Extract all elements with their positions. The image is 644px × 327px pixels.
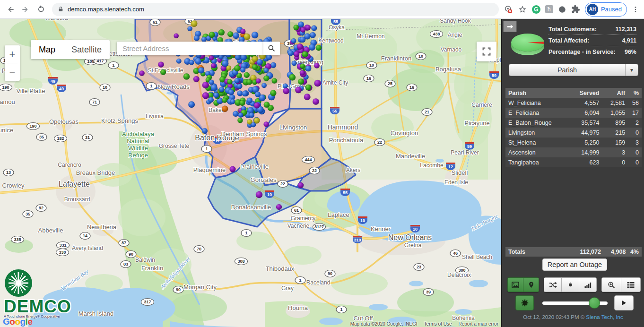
- outage-marker-purple[interactable]: [300, 70, 305, 76]
- outage-marker-blue[interactable]: [211, 85, 218, 91]
- outage-marker-purple[interactable]: [313, 98, 319, 105]
- satellite-view-button[interactable]: [507, 277, 523, 292]
- refresh-button[interactable]: [34, 3, 47, 16]
- outage-marker-green[interactable]: [316, 45, 322, 51]
- address-bar[interactable]: demco.maps.sienatech.com: [52, 3, 499, 16]
- markers-view-button[interactable]: [523, 277, 539, 292]
- extensions-puzzle-icon[interactable]: [571, 5, 580, 14]
- outage-marker-green[interactable]: [234, 65, 240, 71]
- outage-marker-green[interactable]: [302, 51, 308, 57]
- outage-marker-blue[interactable]: [233, 111, 238, 117]
- group-by-dropdown[interactable]: Parish ▼: [509, 64, 638, 76]
- table-row[interactable]: St_Helena5,2501593: [505, 138, 642, 147]
- outage-marker-green[interactable]: [160, 69, 166, 75]
- map-type-map-button[interactable]: Map: [31, 40, 63, 59]
- dark-circle-extension-icon[interactable]: [558, 5, 566, 14]
- outage-marker-blue[interactable]: [252, 32, 258, 38]
- heatmap-button[interactable]: [562, 277, 579, 292]
- outage-marker-green[interactable]: [183, 73, 190, 79]
- outage-marker-blue[interactable]: [291, 38, 296, 43]
- outage-marker-yellow[interactable]: [252, 56, 258, 62]
- outage-marker-blue[interactable]: [309, 44, 315, 51]
- outage-marker-purple[interactable]: [276, 204, 282, 210]
- outage-marker-green[interactable]: [209, 32, 215, 38]
- outage-marker-green[interactable]: [222, 98, 227, 103]
- play-button[interactable]: [614, 295, 634, 310]
- outage-marker-purple[interactable]: [139, 70, 145, 76]
- outage-marker-blue[interactable]: [187, 26, 192, 31]
- outage-marker-blue[interactable]: [189, 60, 194, 65]
- outage-marker-purple[interactable]: [174, 34, 179, 38]
- outage-marker-purple[interactable]: [202, 92, 209, 99]
- search-button[interactable]: [263, 42, 280, 55]
- outage-marker-blue[interactable]: [298, 22, 304, 28]
- outage-marker-purple[interactable]: [298, 182, 304, 188]
- outage-marker-purple[interactable]: [254, 103, 260, 109]
- map-type-satellite-button[interactable]: Satellite: [63, 40, 110, 59]
- time-slider[interactable]: [542, 301, 607, 305]
- table-row[interactable]: W_Feliciana4,5572,58156: [505, 98, 642, 108]
- outage-marker-purple[interactable]: [314, 80, 321, 86]
- shuffle-layers-button[interactable]: [544, 277, 562, 292]
- outage-marker-purple[interactable]: [209, 55, 214, 60]
- vendor-link[interactable]: Siena Tech, Inc: [586, 314, 623, 320]
- outage-marker-green[interactable]: [244, 72, 250, 78]
- outage-marker-blue[interactable]: [238, 112, 244, 118]
- outage-marker-blue[interactable]: [222, 60, 228, 67]
- outage-marker-purple[interactable]: [240, 29, 245, 34]
- outage-marker-blue[interactable]: [213, 92, 219, 98]
- outage-marker-purple[interactable]: [256, 191, 262, 198]
- outage-marker-blue[interactable]: [228, 89, 234, 95]
- table-row[interactable]: Ascension14,99930: [505, 147, 642, 157]
- outage-marker-blue[interactable]: [209, 80, 214, 85]
- table-row[interactable]: Livingston44,9752150: [505, 128, 642, 138]
- outage-marker-purple[interactable]: [230, 166, 236, 172]
- outage-marker-purple[interactable]: [297, 43, 303, 50]
- outage-marker-blue[interactable]: [230, 99, 235, 104]
- table-row[interactable]: E_Feliciana6,0941,05517: [505, 108, 642, 118]
- outage-marker-green[interactable]: [227, 79, 232, 84]
- outage-marker-purple[interactable]: [304, 94, 311, 100]
- outage-marker-green[interactable]: [264, 102, 270, 108]
- outage-marker-green[interactable]: [305, 85, 312, 91]
- zoom-out-button[interactable]: −: [5, 63, 20, 81]
- grammarly-extension-icon[interactable]: G: [532, 5, 540, 14]
- outage-marker-blue[interactable]: [264, 68, 269, 73]
- outage-marker-purple[interactable]: [202, 82, 209, 88]
- outage-marker-green[interactable]: [237, 118, 243, 123]
- outage-marker-green[interactable]: [298, 78, 304, 85]
- outage-marker-green[interactable]: [300, 63, 305, 69]
- table-row[interactable]: Tangipahoa62300: [505, 157, 642, 167]
- outage-marker-green[interactable]: [294, 25, 299, 30]
- settings-button[interactable]: [515, 295, 534, 310]
- outage-marker-purple[interactable]: [283, 88, 290, 95]
- outage-marker-blue[interactable]: [235, 78, 240, 83]
- zoom-search-button[interactable]: [601, 277, 621, 292]
- outage-marker-green[interactable]: [239, 100, 245, 106]
- outage-marker-blue[interactable]: [251, 122, 256, 127]
- outage-marker-blue[interactable]: [242, 91, 248, 96]
- outage-marker-yellow[interactable]: [244, 34, 250, 40]
- outage-marker-green[interactable]: [272, 78, 278, 84]
- back-button[interactable]: [4, 3, 17, 16]
- outage-marker-blue[interactable]: [240, 67, 245, 72]
- outage-marker-orange[interactable]: [222, 106, 228, 112]
- outage-marker-green[interactable]: [218, 29, 225, 35]
- site-permissions-icon[interactable]: [504, 5, 513, 14]
- outage-marker-purple[interactable]: [300, 27, 305, 33]
- outage-marker-purple[interactable]: [211, 63, 216, 69]
- fullscreen-button[interactable]: [477, 42, 496, 61]
- outage-marker-blue[interactable]: [310, 32, 316, 38]
- outage-marker-blue[interactable]: [219, 87, 224, 92]
- outage-marker-blue[interactable]: [202, 128, 208, 134]
- outage-marker-blue[interactable]: [288, 50, 294, 56]
- outage-marker-blue[interactable]: [255, 92, 261, 97]
- outage-marker-green[interactable]: [247, 79, 252, 85]
- kebab-menu-icon[interactable]: [632, 5, 639, 14]
- outage-marker-blue[interactable]: [249, 112, 254, 118]
- report-map-error-link[interactable]: Report a map error: [459, 321, 498, 327]
- map-canvas[interactable]: 4949107171107361105417161613838131319019…: [0, 19, 501, 327]
- outage-marker-yellow[interactable]: [191, 20, 198, 27]
- outage-marker-purple[interactable]: [256, 78, 261, 84]
- outage-marker-green[interactable]: [270, 90, 276, 96]
